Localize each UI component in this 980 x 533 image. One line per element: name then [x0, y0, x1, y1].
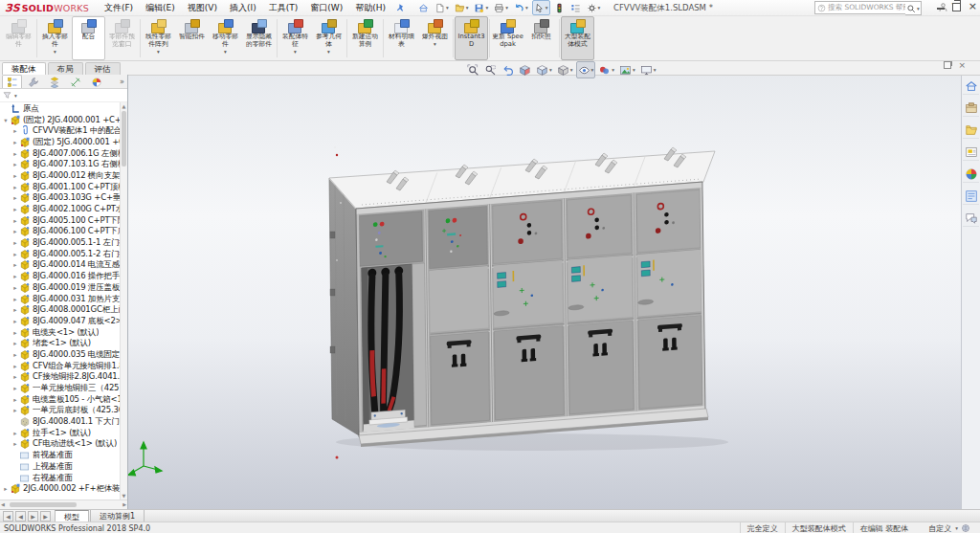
- tree-item[interactable]: ▸ 8JG.4007.103.1G 右侧板-侧: [0, 159, 121, 170]
- panel-tab-configurationmanager[interactable]: [44, 75, 64, 88]
- expand-arrow[interactable]: ▸: [11, 127, 19, 135]
- home-button[interactable]: [416, 0, 431, 15]
- tree-item[interactable]: ▸ 8JG.4008.0001GC柜上门<1: [0, 304, 121, 316]
- doc-close-button[interactable]: ×: [958, 61, 966, 69]
- save-button[interactable]: ▾: [472, 0, 490, 15]
- tree-item[interactable]: ▸ 拉手<1> (默认): [0, 428, 121, 439]
- select-button[interactable]: ▾: [532, 0, 550, 15]
- view-palette-button[interactable]: [963, 144, 979, 161]
- scroll-down-arrow[interactable]: ▼: [121, 492, 127, 500]
- ribbon-大型装配体模式[interactable]: 大型装配体模式: [561, 16, 594, 60]
- menu-工具T[interactable]: 工具(T): [269, 2, 299, 14]
- hide-show-items-button[interactable]: ▾: [576, 61, 596, 78]
- tree-item[interactable]: ▸ 8JG.4000.031 加热片支架 <: [0, 294, 121, 305]
- expand-arrow[interactable]: ▸: [11, 139, 19, 146]
- tree-item[interactable]: ▸ 8JG.4003.103G +C+垂直隔: [0, 193, 121, 205]
- restore-button[interactable]: [952, 3, 961, 11]
- undo-button[interactable]: ▾: [512, 0, 530, 15]
- ribbon-移动零部件[interactable]: 移动零部件 ▾: [209, 16, 242, 60]
- tree-item[interactable]: ▸ 8JG.4000.019 泄压盖板 <1: [0, 282, 121, 294]
- expand-arrow[interactable]: ▸: [11, 385, 19, 392]
- tree-item[interactable]: ▸ CF电动进线<1> (默认): [0, 439, 121, 451]
- ribbon-参考几何体[interactable]: 参考几何体 ▾: [312, 16, 345, 60]
- tree-item[interactable]: ▸ CFVVV装配体1 中的配合: [0, 125, 121, 137]
- edit-appearance-button[interactable]: ▾: [596, 61, 616, 78]
- menu-编辑E[interactable]: 编辑(E): [145, 2, 175, 14]
- panel-tab-dimxpertmanager[interactable]: [65, 75, 85, 88]
- doc-restore-button[interactable]: [944, 61, 951, 69]
- expand-arrow[interactable]: ▸: [11, 284, 19, 292]
- tab-nav-prev[interactable]: ◀: [15, 511, 26, 522]
- tree-item[interactable]: ▸ 一单元接地铜排三（425）8: [0, 383, 121, 394]
- tree-item[interactable]: ▸ 8JG.4000.005.1-2 右门挡（: [0, 249, 121, 260]
- expand-arrow[interactable]: ▸: [11, 306, 19, 314]
- tree-item[interactable]: 8JG.4008.401.1 下大门(小气: [0, 416, 121, 428]
- tree-item[interactable]: ▸ 8JG.4000.035 电缆固定架<: [0, 349, 121, 361]
- tree-item[interactable]: ▸ 8JG.4005.100 C+PT下隔前板: [0, 215, 121, 227]
- tree-item[interactable]: ▸ 堵套<1> (默认): [0, 338, 121, 349]
- ribbon-线性零部件阵列[interactable]: 线性零部件阵列 ▾: [142, 16, 175, 60]
- tab-布局[interactable]: 布局: [48, 62, 83, 75]
- expand-arrow[interactable]: ▸: [11, 239, 19, 247]
- zoom-to-fit-button[interactable]: [465, 61, 481, 78]
- tree-item[interactable]: ▾ (固定) 2JG.4000.001 +C+柜体装: [0, 115, 121, 126]
- solidworks-resources-button[interactable]: [963, 78, 979, 95]
- tree-item[interactable]: ▸ 8JG.4000.005.1-1 左门挡（: [0, 237, 121, 249]
- menu-帮助H[interactable]: 帮助(H): [355, 2, 386, 14]
- ribbon-材料明细表[interactable]: 材料明细表: [385, 16, 418, 60]
- expand-arrow[interactable]: ▸: [11, 329, 19, 337]
- settings-gear-button[interactable]: ▾: [585, 0, 603, 15]
- expand-arrow[interactable]: ▸: [11, 261, 19, 269]
- ribbon-插入零部件[interactable]: 插入零部件 ▾: [38, 16, 72, 60]
- tree-item[interactable]: ▸ 8JG.4002.100G C+PT水平隔: [0, 204, 121, 215]
- tree-item[interactable]: 右视基准面: [0, 473, 121, 484]
- tree-item[interactable]: ▸ 8JG.4006.100 C+PT下底后板: [0, 227, 121, 238]
- expand-arrow[interactable]: ▸: [11, 172, 19, 180]
- scroll-up-arrow[interactable]: ▲: [121, 102, 127, 110]
- rebuild-button[interactable]: [552, 0, 567, 15]
- pin-icon[interactable]: [395, 3, 405, 12]
- ribbon-智能扣件[interactable]: 智能扣件: [175, 16, 209, 60]
- scrollbar-thumb[interactable]: [10, 502, 77, 507]
- expand-arrow[interactable]: ▸: [11, 318, 19, 325]
- expand-arrow[interactable]: ▸: [11, 363, 19, 370]
- tree-filter[interactable]: ▾: [0, 89, 127, 102]
- tree-item[interactable]: ▸ CF接地铜排2.8JG.4041.100: [0, 372, 121, 384]
- expand-arrow[interactable]: ▸: [11, 251, 19, 258]
- close-button[interactable]: ×: [969, 2, 977, 11]
- expand-arrow[interactable]: ▸: [11, 161, 19, 168]
- tree-item[interactable]: ▸ 8JG.4000.012 横向支架 <1: [0, 170, 121, 182]
- tree-item[interactable]: 前视基准面: [0, 450, 121, 461]
- tree-item[interactable]: ▸ 8JG.4001.100 C+PT顶板<1: [0, 182, 121, 193]
- tree-item[interactable]: ▸ 一单元后底封板（425.360）: [0, 406, 121, 417]
- appearances-scenes-button[interactable]: [963, 166, 979, 183]
- expand-arrow[interactable]: ▸: [11, 440, 19, 448]
- status-customize[interactable]: 自定义 ▾: [915, 523, 980, 533]
- menu-视图V[interactable]: 视图(V): [188, 2, 217, 14]
- search-input[interactable]: 搜索 SOLIDWORKS 帮助: [814, 1, 908, 14]
- panel-tab-propertymanager[interactable]: [23, 75, 43, 88]
- tab-nav-last[interactable]: ▶: [40, 511, 51, 522]
- tree-item[interactable]: ▸ 8JG.4000.014 电流互感器支: [0, 260, 121, 272]
- ribbon-新建运动算例[interactable]: 新建运动算例: [348, 16, 382, 60]
- tree-item[interactable]: ▸ 2JG.4000.002 +F+柜体装配<1>: [0, 483, 121, 495]
- expand-arrow[interactable]: ▸: [11, 351, 19, 359]
- expand-arrow[interactable]: ▸: [11, 217, 19, 225]
- view-orientation-button[interactable]: ▾: [534, 61, 554, 78]
- options-list-button[interactable]: [568, 0, 583, 15]
- solidworks-forum-button[interactable]: [963, 210, 979, 227]
- previous-view-button[interactable]: [500, 61, 516, 78]
- panel-tabs-overflow[interactable]: »: [120, 78, 127, 86]
- expand-arrow[interactable]: ▾: [2, 117, 10, 124]
- tree-vertical-scrollbar[interactable]: ▲ ▼: [120, 102, 127, 500]
- zoom-to-area-button[interactable]: [482, 61, 499, 78]
- expand-arrow[interactable]: ▸: [11, 396, 19, 404]
- apply-scene-button[interactable]: ▾: [617, 61, 637, 78]
- tree-item[interactable]: ▸ 8JG.4000.016 操作把手固定: [0, 271, 121, 282]
- tree-item[interactable]: 上视基准面: [0, 461, 121, 473]
- expand-arrow[interactable]: ▸: [11, 430, 19, 437]
- expand-arrow[interactable]: ▸: [11, 373, 19, 381]
- view-settings-button[interactable]: ▾: [638, 61, 658, 78]
- ribbon-爆炸视图[interactable]: 爆炸视图 ▾: [418, 16, 452, 60]
- graphics-area[interactable]: [0, 59, 980, 509]
